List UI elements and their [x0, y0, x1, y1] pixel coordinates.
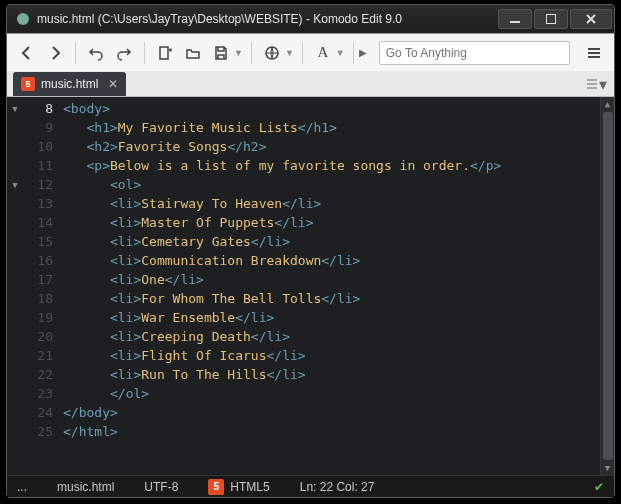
code-line[interactable]: </ol> [63, 384, 600, 403]
code-line[interactable]: <h1>My Favorite Music Lists</h1> [63, 118, 600, 137]
tab-bar: 5 music.html ✕ ▾ [7, 71, 614, 97]
status-doctype[interactable]: 5 HTML5 [208, 479, 269, 495]
fold-marker[interactable]: ▼ [7, 175, 23, 194]
line-number[interactable]: 19 [23, 308, 53, 327]
html5-icon: 5 [208, 479, 224, 495]
line-number-gutter[interactable]: 8910111213141516171819202122232425 [23, 97, 59, 475]
line-number[interactable]: 15 [23, 232, 53, 251]
svg-point-0 [17, 13, 29, 25]
html5-icon: 5 [21, 77, 35, 91]
line-number[interactable]: 8 [23, 99, 53, 118]
code-line[interactable]: <li>One</li> [63, 270, 600, 289]
globe-button[interactable] [260, 41, 284, 65]
scroll-down-icon[interactable]: ▼ [601, 461, 614, 475]
maximize-button[interactable] [534, 9, 568, 29]
code-line[interactable]: <li>Run To The Hills</li> [63, 365, 600, 384]
fold-marker[interactable] [7, 137, 23, 156]
code-line[interactable]: <li>War Ensemble</li> [63, 308, 600, 327]
fold-marker[interactable] [7, 289, 23, 308]
chevron-down-icon[interactable]: ▼ [234, 48, 243, 58]
fold-marker[interactable] [7, 384, 23, 403]
status-position[interactable]: Ln: 22 Col: 27 [300, 480, 375, 494]
fold-marker[interactable] [7, 365, 23, 384]
code-line[interactable]: <li>For Whom The Bell Tolls</li> [63, 289, 600, 308]
line-number[interactable]: 23 [23, 384, 53, 403]
close-button[interactable] [570, 9, 612, 29]
line-number[interactable]: 13 [23, 194, 53, 213]
svg-rect-2 [546, 14, 556, 24]
tab-list-button[interactable]: ▾ [584, 72, 608, 96]
redo-button[interactable] [112, 41, 136, 65]
fold-marker[interactable]: ▼ [7, 99, 23, 118]
fold-marker[interactable] [7, 156, 23, 175]
line-number[interactable]: 22 [23, 365, 53, 384]
fold-marker[interactable] [7, 327, 23, 346]
status-encoding[interactable]: UTF-8 [144, 480, 178, 494]
file-tab[interactable]: 5 music.html ✕ [13, 72, 126, 96]
fold-marker[interactable] [7, 213, 23, 232]
save-button[interactable] [209, 41, 233, 65]
menu-button[interactable] [582, 41, 606, 65]
vertical-scrollbar[interactable]: ▲ ▼ [600, 97, 614, 475]
line-number[interactable]: 18 [23, 289, 53, 308]
code-editor[interactable]: ▼▼ 8910111213141516171819202122232425 <b… [7, 97, 614, 475]
line-number[interactable]: 21 [23, 346, 53, 365]
fold-marker[interactable] [7, 346, 23, 365]
line-number[interactable]: 20 [23, 327, 53, 346]
fold-marker[interactable] [7, 270, 23, 289]
new-file-button[interactable] [153, 41, 177, 65]
svg-rect-1 [510, 21, 520, 23]
scroll-thumb[interactable] [603, 112, 613, 460]
chevron-down-icon[interactable]: ▼ [285, 48, 294, 58]
line-number[interactable]: 12 [23, 175, 53, 194]
fold-marker[interactable] [7, 308, 23, 327]
fold-marker[interactable] [7, 118, 23, 137]
line-number[interactable]: 9 [23, 118, 53, 137]
fold-marker[interactable] [7, 422, 23, 441]
close-tab-icon[interactable]: ✕ [108, 77, 118, 91]
open-file-button[interactable] [181, 41, 205, 65]
titlebar[interactable]: music.html (C:\Users\JayTray\Desktop\WEB… [7, 5, 614, 33]
code-line[interactable]: <p>Below is a list of my favorite songs … [63, 156, 600, 175]
status-file[interactable]: music.html [57, 480, 114, 494]
line-number[interactable]: 24 [23, 403, 53, 422]
line-number[interactable]: 11 [23, 156, 53, 175]
status-dots[interactable]: ... [17, 480, 27, 494]
code-area[interactable]: <body> <h1>My Favorite Music Lists</h1> … [59, 97, 600, 475]
code-line[interactable]: <li>Flight Of Icarus</li> [63, 346, 600, 365]
line-number[interactable]: 25 [23, 422, 53, 441]
line-number[interactable]: 10 [23, 137, 53, 156]
code-line[interactable]: <li>Master Of Puppets</li> [63, 213, 600, 232]
code-line[interactable]: <ol> [63, 175, 600, 194]
chevron-down-icon[interactable]: ▼ [336, 48, 345, 58]
line-number[interactable]: 17 [23, 270, 53, 289]
forward-button[interactable] [43, 41, 67, 65]
fold-marker[interactable] [7, 232, 23, 251]
undo-button[interactable] [84, 41, 108, 65]
fold-marker[interactable] [7, 403, 23, 422]
code-line[interactable]: </body> [63, 403, 600, 422]
goto-input[interactable] [379, 41, 570, 65]
fold-column[interactable]: ▼▼ [7, 97, 23, 475]
svg-rect-3 [160, 47, 168, 59]
code-line[interactable]: <li>Stairway To Heaven</li> [63, 194, 600, 213]
code-line[interactable]: </html> [63, 422, 600, 441]
scroll-up-icon[interactable]: ▲ [601, 97, 614, 111]
line-number[interactable]: 16 [23, 251, 53, 270]
status-bar: ... music.html UTF-8 5 HTML5 Ln: 22 Col:… [7, 475, 614, 497]
fold-marker[interactable] [7, 251, 23, 270]
back-button[interactable] [15, 41, 39, 65]
check-icon[interactable]: ✔ [594, 480, 604, 494]
code-line[interactable]: <li>Creeping Death</li> [63, 327, 600, 346]
code-line[interactable]: <li>Communication Breakdown</li> [63, 251, 600, 270]
line-number[interactable]: 14 [23, 213, 53, 232]
window-title: music.html (C:\Users\JayTray\Desktop\WEB… [37, 12, 496, 26]
font-button[interactable]: A [311, 41, 335, 65]
code-line[interactable]: <li>Cemetary Gates</li> [63, 232, 600, 251]
code-line[interactable]: <h2>Favorite Songs</h2> [63, 137, 600, 156]
play-icon[interactable]: ▶ [359, 47, 367, 58]
code-line[interactable]: <body> [63, 99, 600, 118]
fold-marker[interactable] [7, 194, 23, 213]
minimize-button[interactable] [498, 9, 532, 29]
app-window: music.html (C:\Users\JayTray\Desktop\WEB… [6, 4, 615, 498]
